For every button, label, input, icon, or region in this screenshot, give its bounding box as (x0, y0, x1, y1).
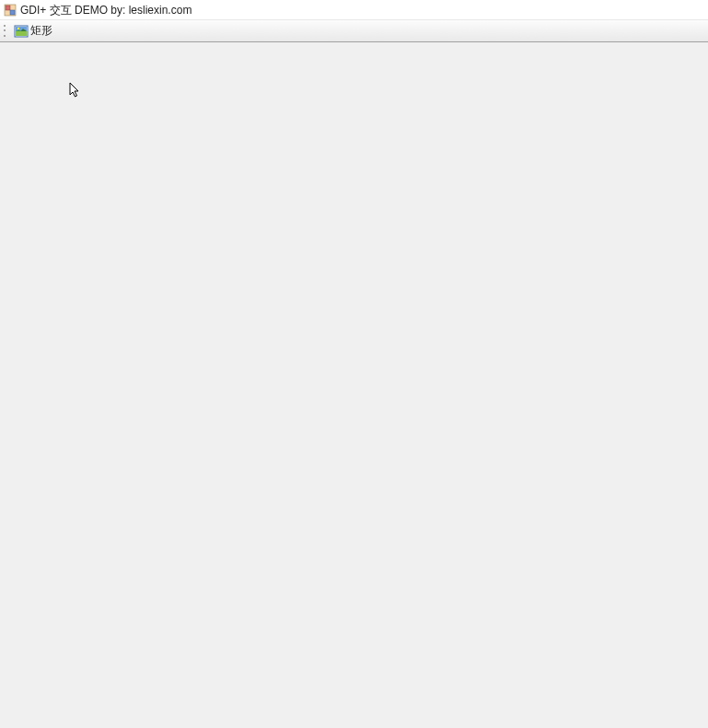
svg-point-5 (17, 27, 19, 29)
rectangle-button-label: 矩形 (30, 23, 52, 39)
svg-rect-1 (6, 6, 10, 10)
toolbar-grip (2, 24, 7, 39)
svg-rect-2 (10, 10, 15, 15)
window-titlebar: GDI+ 交互 DEMO by: lesliexin.com (0, 0, 708, 20)
svg-rect-8 (16, 31, 27, 36)
cursor-icon (69, 82, 82, 98)
image-icon (14, 24, 29, 39)
window-title: GDI+ 交互 DEMO by: lesliexin.com (20, 0, 192, 20)
canvas-area[interactable] (0, 42, 708, 728)
app-icon (4, 4, 17, 17)
rectangle-button[interactable]: 矩形 (9, 22, 57, 40)
toolbar: 矩形 (0, 20, 708, 42)
